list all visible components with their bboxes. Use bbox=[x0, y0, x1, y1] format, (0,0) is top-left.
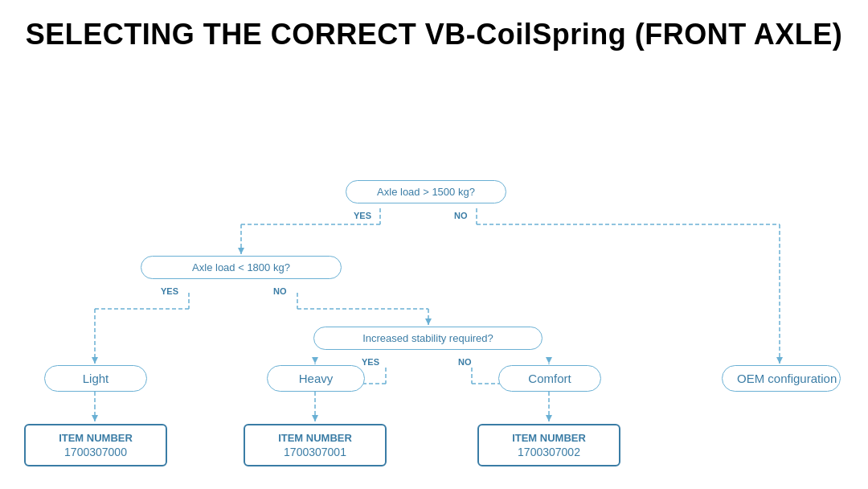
svg-marker-11 bbox=[92, 357, 98, 364]
item-box-1: ITEM NUMBER 1700307000 bbox=[24, 424, 167, 466]
result-comfort: Comfort bbox=[498, 365, 601, 392]
svg-marker-26 bbox=[92, 415, 98, 421]
item-box-2: ITEM NUMBER 1700307001 bbox=[244, 424, 387, 466]
item1-number: 1700307000 bbox=[35, 446, 156, 458]
d2-no-label: NO bbox=[273, 286, 287, 296]
d3-yes-label: YES bbox=[362, 357, 379, 367]
decision-box-3: Increased stability required? bbox=[313, 327, 542, 350]
diagram-area: Axle load > 1500 kg? YES NO Axle load < … bbox=[0, 68, 868, 470]
result-light: Light bbox=[44, 365, 147, 392]
svg-marker-15 bbox=[425, 318, 432, 325]
item3-number: 1700307002 bbox=[489, 446, 609, 458]
decision-box-1: Axle load > 1500 kg? bbox=[346, 180, 506, 203]
decision-box-2: Axle load < 1800 kg? bbox=[141, 256, 342, 279]
d3-no-label: NO bbox=[458, 357, 472, 367]
item3-label: ITEM NUMBER bbox=[489, 432, 609, 444]
svg-marker-30 bbox=[546, 415, 552, 421]
item2-number: 1700307001 bbox=[255, 446, 375, 458]
d1-yes-label: YES bbox=[354, 211, 371, 220]
connector-lines bbox=[0, 68, 868, 470]
item2-label: ITEM NUMBER bbox=[255, 432, 375, 444]
svg-marker-7 bbox=[776, 357, 783, 364]
svg-marker-3 bbox=[238, 248, 244, 254]
result-oem: OEM configuration bbox=[722, 365, 841, 392]
svg-marker-19 bbox=[312, 357, 318, 364]
d1-no-label: NO bbox=[454, 211, 468, 220]
item-box-3: ITEM NUMBER 1700307002 bbox=[477, 424, 620, 466]
result-heavy: Heavy bbox=[267, 365, 365, 392]
d2-yes-label: YES bbox=[161, 286, 178, 296]
item1-label: ITEM NUMBER bbox=[35, 432, 156, 444]
page-title: SELECTING THE CORRECT VB-CoilSpring (FRO… bbox=[0, 0, 868, 60]
svg-marker-23 bbox=[546, 357, 552, 364]
svg-marker-28 bbox=[312, 415, 318, 421]
